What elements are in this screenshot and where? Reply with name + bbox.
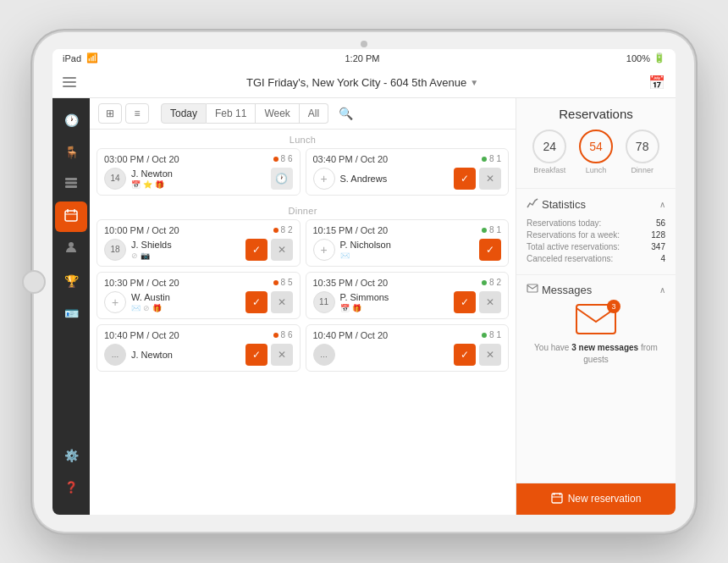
sidebar-item-vip[interactable]: 🏆: [55, 266, 87, 296]
sidebar-item-guests[interactable]: [55, 234, 87, 264]
avatar: 14: [104, 168, 126, 190]
guest-count: 8 1: [482, 154, 501, 163]
messages-section: Messages ∧ 3: [516, 275, 676, 483]
sidebar-item-sections[interactable]: [55, 169, 87, 200]
chevron-up-icon[interactable]: ∧: [659, 285, 665, 295]
svg-point-7: [69, 242, 74, 247]
home-button[interactable]: [22, 270, 46, 294]
guest-dot-icon: [273, 280, 279, 285]
calendar-add-icon: [551, 492, 563, 506]
gift-icon: 🎁: [352, 304, 361, 312]
reservation-time: 10:40 PM / Oct 20: [104, 330, 179, 340]
sidebar-item-floorplan[interactable]: 🪑: [55, 137, 87, 168]
stat-label: Reservations today:: [527, 218, 601, 228]
guest-dot-icon: [482, 280, 487, 285]
chevron-down-icon[interactable]: ▼: [470, 78, 478, 87]
avatar: 11: [313, 291, 335, 313]
stat-row: Reservations today: 56: [527, 218, 665, 228]
status-bar: iPad 📶 1:20 PM 100% 🔋: [52, 49, 676, 68]
calendar-nav-icon[interactable]: 📅: [648, 75, 665, 91]
reservations-panel-title: Reservations: [527, 107, 665, 121]
guest-dot-icon: [273, 333, 279, 338]
dinner-circle: 78: [626, 130, 659, 163]
avatar: 18: [104, 239, 126, 261]
envelope-icon: 3: [575, 303, 617, 335]
tab-week[interactable]: Week: [256, 103, 299, 124]
stat-label: Canceled reservations:: [527, 254, 613, 263]
check-action-button[interactable]: ✓: [454, 168, 476, 190]
menu-button[interactable]: [63, 77, 76, 87]
sidebar-item-settings[interactable]: ⚙️: [55, 440, 87, 471]
table-row: 03:40 PM / Oct 20 8 1 + S. And: [306, 148, 510, 196]
stat-value: 128: [651, 230, 665, 240]
guest-count: 8 6: [273, 154, 293, 163]
ipad-label: iPad: [63, 53, 81, 63]
reservations-panel-section: Reservations 24 Breakfast 54 Lunch: [516, 98, 676, 189]
lunch-circle-wrap: 54 Lunch: [579, 130, 613, 174]
guest-count: 8 2: [273, 225, 293, 235]
statistics-title: Statistics: [527, 197, 586, 212]
grid-view-button[interactable]: ⊞: [98, 103, 122, 124]
stat-row: Reservations for a week: 128: [527, 230, 665, 240]
gift-icon: 🎁: [152, 304, 162, 312]
check-action-button[interactable]: ✓: [245, 344, 267, 366]
check-action-button[interactable]: ✓: [454, 344, 476, 366]
guest-name: P. Simmons: [340, 292, 389, 302]
new-reservation-button[interactable]: New reservation: [516, 483, 676, 515]
sidebar-item-profiles[interactable]: 🪪: [55, 298, 87, 328]
tab-feb11[interactable]: Feb 11: [207, 103, 256, 124]
cross-action-button[interactable]: ✕: [271, 344, 293, 366]
cross-action-button[interactable]: ✕: [479, 344, 501, 366]
avatar: +: [313, 168, 335, 190]
reservation-time: 03:00 PM / Oct 20: [104, 154, 179, 164]
guest-count: 8 5: [273, 278, 293, 287]
sidebar-item-history[interactable]: 🕐: [55, 105, 87, 135]
guest-name: J. Newton: [131, 168, 173, 179]
chair-icon: 🪑: [64, 146, 79, 159]
lunch-section-label: Lunch: [97, 130, 509, 148]
trophy-icon: 🏆: [64, 274, 79, 288]
message-badge: 3: [607, 300, 620, 313]
nav-bar: TGI Friday's, New York City - 604 5th Av…: [52, 68, 676, 98]
guest-name: S. Andrews: [340, 174, 388, 184]
clock-action-button[interactable]: 🕐: [271, 168, 293, 190]
cross-action-button[interactable]: ✕: [479, 291, 501, 313]
ban-icon: ⊘: [143, 304, 150, 312]
sidebar-item-reservations[interactable]: [55, 201, 87, 232]
check-action-button[interactable]: ✓: [454, 291, 476, 313]
avatar: …: [313, 344, 335, 366]
messages-title: Messages: [527, 284, 592, 296]
reservation-time: 03:40 PM / Oct 20: [313, 154, 389, 164]
lunch-label: Lunch: [579, 166, 613, 174]
dinner-grid-row3: 10:40 PM / Oct 20 8 6 … J. New: [97, 324, 509, 372]
cross-action-button[interactable]: ✕: [271, 239, 293, 261]
check-action-button[interactable]: ✓: [479, 239, 501, 261]
cross-action-button[interactable]: ✕: [271, 291, 293, 313]
check-action-button[interactable]: ✓: [245, 239, 267, 261]
sidebar-item-help[interactable]: ❓: [55, 472, 87, 503]
reservations-list: ⊞ ≡ Today Feb 11 Week All 🔍: [90, 98, 516, 515]
chevron-up-icon[interactable]: ∧: [659, 200, 665, 209]
ipad-shell: iPad 📶 1:20 PM 100% 🔋 TGI Friday's, New …: [34, 32, 694, 532]
dinner-section-label: Dinner: [97, 201, 509, 219]
cross-action-button[interactable]: ✕: [479, 168, 501, 190]
guest-count: 8 1: [482, 225, 501, 235]
search-button[interactable]: 🔍: [334, 103, 357, 124]
calendar-sidebar-icon: [64, 208, 78, 225]
layers-icon: [64, 176, 78, 193]
gear-icon: ⚙️: [64, 449, 79, 462]
id-card-icon: 🪪: [64, 306, 79, 320]
tab-today[interactable]: Today: [161, 103, 207, 124]
stat-label: Total active reservations:: [527, 242, 620, 251]
guest-count: 8 2: [482, 278, 501, 287]
stat-row: Total active reservations: 347: [527, 242, 665, 251]
new-reservation-label: New reservation: [568, 493, 642, 505]
tab-all[interactable]: All: [300, 103, 328, 124]
guest-name: P. Nicholson: [340, 240, 391, 250]
list-view-button[interactable]: ≡: [125, 103, 149, 124]
guest-name: J. Shields: [131, 240, 172, 250]
svg-rect-1: [65, 181, 77, 184]
avatar: +: [313, 239, 335, 261]
reservations-scroll[interactable]: Lunch 03:00 PM / Oct 20 8 6: [90, 130, 516, 515]
check-action-button[interactable]: ✓: [245, 291, 267, 313]
